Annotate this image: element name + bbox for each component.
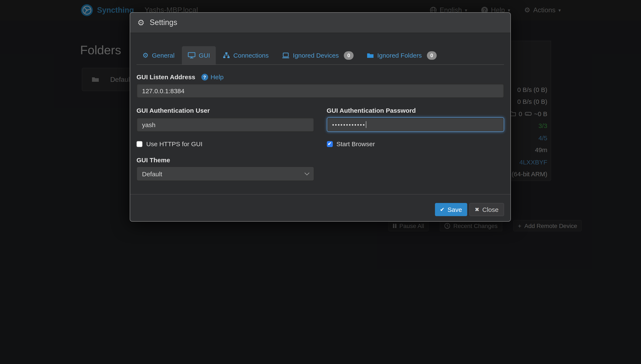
settings-modal-footer: ✔ Save ✖ Close xyxy=(130,194,510,221)
settings-modal-title: Settings xyxy=(150,18,177,27)
start-browser-label: Start Browser xyxy=(336,140,375,148)
help-link-label: Help xyxy=(211,73,224,80)
gui-theme-label: GUI Theme xyxy=(137,156,170,164)
save-button[interactable]: ✔ Save xyxy=(435,203,467,216)
check-icon: ✔ xyxy=(440,206,444,213)
start-browser-checkbox[interactable]: ✔ xyxy=(327,141,333,147)
gui-auth-password-input[interactable]: •••••••••••• xyxy=(327,118,504,132)
chevron-down-icon xyxy=(304,170,309,176)
use-https-checkbox[interactable] xyxy=(137,141,143,147)
gear-icon: ⚙ xyxy=(143,51,149,59)
gui-listen-address-label: GUI Listen Address xyxy=(137,73,195,80)
gui-auth-password-label: GUI Authentication Password xyxy=(327,107,416,114)
tab-connections-label: Connections xyxy=(233,52,269,59)
gui-theme-selected-value: Default xyxy=(142,170,162,177)
question-circle-icon: ? xyxy=(201,74,208,80)
close-button-label: Close xyxy=(482,206,498,213)
tab-ignored-devices[interactable]: Ignored Devices 0 xyxy=(276,46,359,64)
gear-icon: ⚙ xyxy=(137,18,145,28)
tab-gui[interactable]: GUI xyxy=(182,46,216,64)
settings-modal: ⚙ Settings ⚙ General GUI xyxy=(130,12,511,222)
sitemap-icon xyxy=(223,52,230,58)
settings-modal-header: ⚙ Settings xyxy=(130,13,510,33)
gui-auth-user-label: GUI Authentication User xyxy=(137,107,210,114)
settings-tabs: ⚙ General GUI Connections xyxy=(137,46,504,65)
laptop-icon xyxy=(282,52,290,58)
use-https-label: Use HTTPS for GUI xyxy=(146,140,202,148)
x-icon: ✖ xyxy=(475,206,479,213)
ignored-folders-badge: 0 xyxy=(427,51,436,60)
close-button[interactable]: ✖ Close xyxy=(469,203,504,216)
monitor-icon xyxy=(188,52,195,58)
use-https-checkbox-group: Use HTTPS for GUI xyxy=(137,140,314,148)
gui-theme-select[interactable]: Default xyxy=(137,166,314,181)
tab-connections[interactable]: Connections xyxy=(217,46,275,64)
tab-ignored-folders-label: Ignored Folders xyxy=(377,52,422,59)
tab-ignored-devices-label: Ignored Devices xyxy=(293,52,339,59)
tab-general[interactable]: ⚙ General xyxy=(137,46,180,64)
text-cursor xyxy=(366,121,366,128)
gui-auth-password-masked-value: •••••••••••• xyxy=(332,122,365,128)
tab-ignored-folders[interactable]: Ignored Folders 0 xyxy=(361,46,443,64)
help-link[interactable]: ? Help xyxy=(201,73,224,80)
folder-icon xyxy=(367,52,374,58)
tab-general-label: General xyxy=(152,52,175,59)
gui-auth-user-input[interactable]: yash xyxy=(137,118,314,132)
gui-listen-address-input[interactable]: 127.0.0.1:8384 xyxy=(137,84,504,98)
ignored-devices-badge: 0 xyxy=(344,51,353,60)
save-button-label: Save xyxy=(447,206,462,213)
syncthing-app: Syncthing Yashs-MBP.local English ▾ ? He… xyxy=(0,0,641,364)
tab-gui-label: GUI xyxy=(199,52,210,59)
gui-listen-address-value: 127.0.0.1:8384 xyxy=(142,87,184,94)
gui-auth-user-value: yash xyxy=(142,121,155,128)
start-browser-checkbox-group: ✔ Start Browser xyxy=(327,140,504,148)
gui-settings-form: GUI Listen Address ? Help 127.0.0.1:8384… xyxy=(130,73,510,181)
